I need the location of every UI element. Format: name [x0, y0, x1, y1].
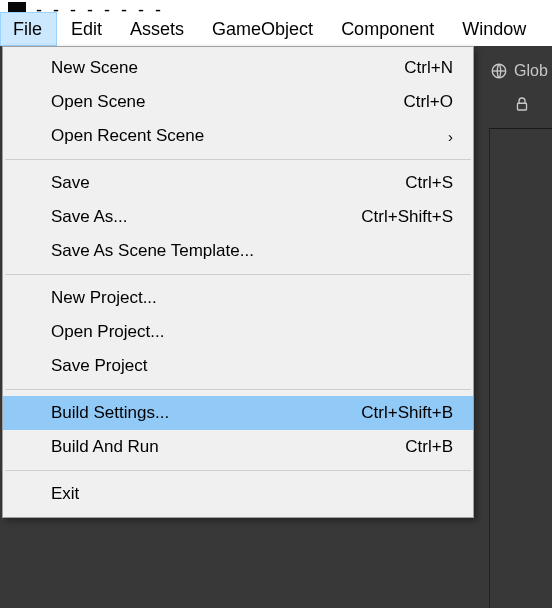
- svg-rect-1: [518, 103, 527, 110]
- menu-item[interactable]: Open Recent Scene›: [3, 119, 473, 153]
- menu-bar: File Edit Assets GameObject Component Wi…: [0, 12, 552, 47]
- menu-item-label: Open Recent Scene: [51, 126, 448, 146]
- toolbar-label: Glob: [514, 62, 548, 80]
- menu-item-label: Save As...: [51, 207, 361, 227]
- app-icon: [8, 2, 26, 12]
- menu-item-label: Save: [51, 173, 405, 193]
- menu-item[interactable]: Save Project: [3, 349, 473, 383]
- menu-label: Edit: [71, 19, 102, 40]
- menu-item-label: Exit: [51, 484, 453, 504]
- menu-item-label: Open Scene: [51, 92, 403, 112]
- menu-item-label: Build Settings...: [51, 403, 361, 423]
- menu-item[interactable]: Open SceneCtrl+O: [3, 85, 473, 119]
- menu-item-shortcut: Ctrl+N: [404, 58, 453, 78]
- menu-item-label: Open Project...: [51, 322, 453, 342]
- menu-item[interactable]: Save As Scene Template...: [3, 234, 473, 268]
- menu-label: GameObject: [212, 19, 313, 40]
- menu-item[interactable]: Exit: [3, 477, 473, 511]
- lock-button[interactable]: [502, 92, 542, 116]
- menu-item[interactable]: New Project...: [3, 281, 473, 315]
- viewport-frame: [489, 128, 552, 608]
- file-menu-dropdown: New SceneCtrl+NOpen SceneCtrl+OOpen Rece…: [2, 46, 474, 518]
- menu-item[interactable]: SaveCtrl+S: [3, 166, 473, 200]
- menu-item-label: Build And Run: [51, 437, 405, 457]
- menu-item[interactable]: Save As...Ctrl+Shift+S: [3, 200, 473, 234]
- menu-item-label: Save As Scene Template...: [51, 241, 453, 261]
- menu-item[interactable]: New SceneCtrl+N: [3, 51, 473, 85]
- menu-item-shortcut: Ctrl+B: [405, 437, 453, 457]
- chevron-right-icon: ›: [448, 128, 453, 145]
- toolbar-handle-rotation[interactable]: Glob: [490, 56, 552, 86]
- menu-item-shortcut: Ctrl+O: [403, 92, 453, 112]
- globe-icon: [490, 62, 508, 80]
- menu-item[interactable]: Open Project...: [3, 315, 473, 349]
- menu-label: File: [13, 19, 42, 40]
- menu-separator: [5, 274, 471, 275]
- menu-label: Component: [341, 19, 434, 40]
- menu-edit[interactable]: Edit: [57, 12, 116, 46]
- menu-separator: [5, 389, 471, 390]
- menu-item-label: Save Project: [51, 356, 453, 376]
- menu-separator: [5, 470, 471, 471]
- menu-gameobject[interactable]: GameObject: [198, 12, 327, 46]
- menu-item-label: New Scene: [51, 58, 404, 78]
- menu-item-shortcut: Ctrl+Shift+S: [361, 207, 453, 227]
- menu-item[interactable]: Build And RunCtrl+B: [3, 430, 473, 464]
- menu-item-label: New Project...: [51, 288, 453, 308]
- menu-file[interactable]: File: [0, 12, 57, 46]
- menu-item-shortcut: Ctrl+Shift+B: [361, 403, 453, 423]
- lock-icon: [513, 95, 531, 113]
- menu-label: Assets: [130, 19, 184, 40]
- menu-item[interactable]: Build Settings...Ctrl+Shift+B: [3, 396, 473, 430]
- menu-item-shortcut: Ctrl+S: [405, 173, 453, 193]
- menu-assets[interactable]: Assets: [116, 12, 198, 46]
- menu-component[interactable]: Component: [327, 12, 448, 46]
- menu-separator: [5, 159, 471, 160]
- menu-label: Window: [462, 19, 526, 40]
- menu-window[interactable]: Window: [448, 12, 540, 46]
